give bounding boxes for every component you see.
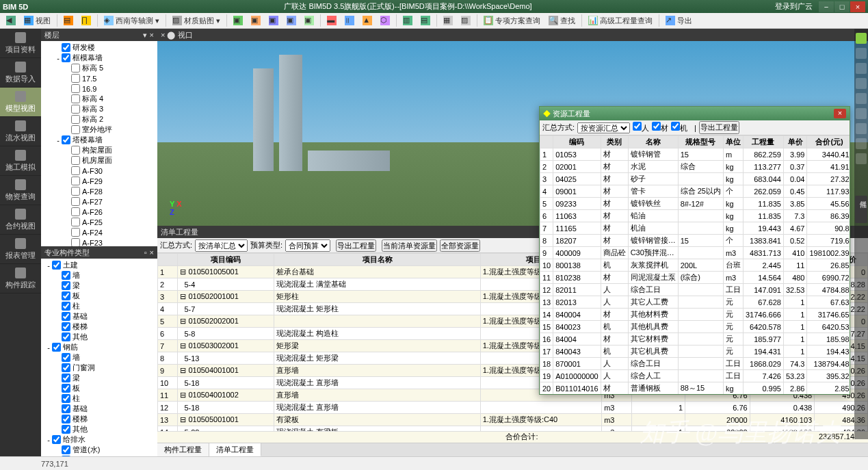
login-link[interactable]: 登录到广云 xyxy=(775,1,813,12)
tree-node[interactable]: A-F30 xyxy=(41,166,157,176)
table-row[interactable]: 11810238材同泥混凝土泵(综合)m314.5644806990.72 xyxy=(540,272,850,284)
nav-0[interactable]: 项目资料 xyxy=(0,29,41,58)
tree-node[interactable]: A-F28 xyxy=(41,186,157,196)
pin-icon[interactable]: ▫ xyxy=(144,248,147,257)
tree-node[interactable]: -土建 xyxy=(41,260,157,270)
qty-current-res-button[interactable]: 当前清单资源量 xyxy=(382,239,437,252)
tree-node[interactable]: 梁 xyxy=(41,373,157,383)
table-row[interactable]: 409001材管卡综合 25以内个262.0590.45117.93 xyxy=(540,185,850,198)
tree-node[interactable]: 基础 xyxy=(41,311,157,322)
qty-all-res-button[interactable]: 全部资源量 xyxy=(440,239,480,252)
nav-8[interactable]: 构件跟踪 xyxy=(0,264,41,293)
section-icon[interactable] xyxy=(856,123,867,134)
rotate-icon[interactable] xyxy=(856,108,867,119)
tree-node[interactable]: 标高 3 xyxy=(41,104,157,114)
tree-node[interactable]: -钢筋 xyxy=(41,342,157,352)
tree-node[interactable]: A-F23 xyxy=(41,237,157,246)
table-row[interactable]: 12 5-18现浇混凝土 直形墙m316.760.438490.26 xyxy=(158,402,868,414)
tree-node[interactable]: 墙 xyxy=(41,352,157,363)
tree-node[interactable]: 门窗洞 xyxy=(41,363,157,373)
find-button[interactable]: 🔍查找 xyxy=(545,14,579,27)
table-row[interactable]: 818207材镀锌钢管接…15个1383.8410.52719.6 xyxy=(540,235,850,247)
close-button[interactable]: × xyxy=(850,1,865,12)
plan-query-button[interactable]: 📋专项方案查询 xyxy=(480,14,544,27)
export-button[interactable]: ↗导出 xyxy=(662,14,696,27)
axis-dropdown[interactable]: ◈西南等轴测 ▾ xyxy=(101,14,163,27)
tree-node[interactable]: 16.9 xyxy=(41,83,157,94)
cb-material[interactable]: 材 xyxy=(652,122,668,133)
table-row[interactable]: 101053材镀锌钢管15m862.2593.993440.41 xyxy=(540,148,850,161)
tree-node[interactable]: 室外地坪 xyxy=(41,125,157,135)
tb-6[interactable]: ▣ xyxy=(283,14,300,27)
tree-node[interactable]: 17.5 xyxy=(41,73,157,83)
tree-node[interactable]: -框模幕墙 xyxy=(41,53,157,63)
tree-node[interactable]: 标高 5 xyxy=(41,63,157,73)
resource-qty-window[interactable]: ◆ 资源工程量 × 汇总方式: 按资源汇总 人 材 机 | 导出工程量 编码类别… xyxy=(539,106,850,395)
table-row[interactable]: 13⊟ 010505001001有梁板1.混凝土强度等级:C40m3200004… xyxy=(158,414,868,426)
table-row[interactable]: 711165材机油kg19.4434.6790.8 xyxy=(540,222,850,235)
view-button[interactable]: ▦视图 xyxy=(21,14,54,27)
material-dropdown[interactable]: ▨材质贴图 ▾ xyxy=(169,14,224,27)
types-tree[interactable]: -土建墙梁板柱基础楼梯其他-钢筋墙门窗洞梁板柱基础楼梯其他-给排水管道(水)阀门… xyxy=(41,259,157,456)
floors-tree[interactable]: 研发楼-框模幕墙标高 517.516.9标高 4标高 3标高 2室外地坪-塔楼幕… xyxy=(41,41,157,246)
table-row[interactable]: 17840043机其它机具费元194.4311194.43 xyxy=(540,345,850,358)
tab-component-qty[interactable]: 构件工程量 xyxy=(157,443,209,456)
tb-8[interactable]: ▬ xyxy=(324,14,340,27)
tb-11[interactable]: ⬡ xyxy=(377,14,393,27)
pin-icon[interactable]: ▾ xyxy=(143,31,147,40)
adv-query-button[interactable]: 📊高级工程量查询 xyxy=(585,14,656,27)
table-row[interactable]: 1282011人综合工日工日147.09132.534784.88 xyxy=(540,284,850,296)
tree-node[interactable]: 墙 xyxy=(41,270,157,280)
nav-6[interactable]: 合约视图 xyxy=(0,205,41,235)
tree-node[interactable]: 柱 xyxy=(41,393,157,404)
table-row[interactable]: 1684004材其它材料费元185.9771185.98 xyxy=(540,333,850,345)
tree-node[interactable]: 其他 xyxy=(41,332,157,342)
tree-node[interactable]: 基础 xyxy=(41,404,157,414)
nav-3[interactable]: 流水视图 xyxy=(0,117,41,146)
tree-node[interactable]: 楼梯 xyxy=(41,414,157,424)
back-button[interactable]: ◀ xyxy=(3,14,19,27)
tree-node[interactable]: 柱 xyxy=(41,301,157,311)
tree-node[interactable]: A-F24 xyxy=(41,227,157,237)
tb-5[interactable]: ▣ xyxy=(265,14,282,27)
arrow-tool-icon[interactable] xyxy=(856,33,867,44)
tb-14[interactable]: ▦ xyxy=(440,14,456,27)
nav-2[interactable]: 模型视图 xyxy=(0,88,41,117)
table-row[interactable]: 304025材砂子kg683.0440.0427.32 xyxy=(540,173,850,185)
table-row[interactable]: 509233材镀锌铁丝8#-12#kg11.8353.8545.56 xyxy=(540,198,850,210)
zoom-fit-icon[interactable] xyxy=(856,93,867,104)
properties-vertical-tab[interactable]: 属性 xyxy=(855,196,867,223)
cb-machine[interactable]: 机 xyxy=(671,122,687,133)
tb-3[interactable]: ▣ xyxy=(230,14,246,27)
res-mode-select[interactable]: 按资源汇总 xyxy=(577,122,630,133)
tb-12[interactable]: ▥ xyxy=(399,14,416,27)
table-row[interactable]: 14840004材其他材料费元31746.666131746.65 xyxy=(540,309,850,321)
panel-close-icon[interactable]: × xyxy=(150,248,154,257)
tb-13[interactable]: ▤ xyxy=(417,14,434,27)
tree-node[interactable]: 楼梯 xyxy=(41,322,157,332)
res-grid[interactable]: 编码类别名称规格型号单位工程量单价合价(元)101053材镀锌钢管15m862.… xyxy=(540,135,850,394)
nav-1[interactable]: 数据导入 xyxy=(0,58,41,88)
tree-node[interactable]: 构架屋面 xyxy=(41,145,157,155)
tree-node[interactable]: -给排水 xyxy=(41,434,157,445)
zoom-in-icon[interactable] xyxy=(856,63,867,74)
table-row[interactable]: 611063材铅油kg11.8357.386.39 xyxy=(540,210,850,222)
table-row[interactable]: 10800138机灰浆搅拌机200L台班2.4451126.85 xyxy=(540,259,850,272)
tree-node[interactable]: 板 xyxy=(41,383,157,393)
table-row[interactable]: 15840023机其他机具费元6420.57816420.53 xyxy=(540,321,850,333)
qty-budget-select[interactable]: 合同预算 xyxy=(285,239,330,252)
tree-node[interactable]: 标高 2 xyxy=(41,114,157,125)
tb-7[interactable]: ▣ xyxy=(301,14,317,27)
res-win-close-button[interactable]: × xyxy=(834,109,846,118)
table-row[interactable]: 9400009商品砼C30预拌混…m34831.7134101981002.39 xyxy=(540,247,850,259)
tab-bill-qty[interactable]: 清单工程量 xyxy=(209,443,261,456)
maximize-button[interactable]: □ xyxy=(834,1,850,12)
cb-person[interactable]: 人 xyxy=(633,122,649,133)
qty-mode-select[interactable]: 按清单汇总 xyxy=(195,239,248,252)
tree-node[interactable]: 研发楼 xyxy=(41,42,157,53)
panel-close-icon[interactable]: × xyxy=(150,31,154,40)
axis-gizmo[interactable]: Y XZ xyxy=(170,200,181,216)
tb-4[interactable]: ▣ xyxy=(248,14,264,27)
tree-node[interactable]: 机房屋面 xyxy=(41,155,157,166)
tb-1[interactable]: ▤ xyxy=(60,14,77,27)
